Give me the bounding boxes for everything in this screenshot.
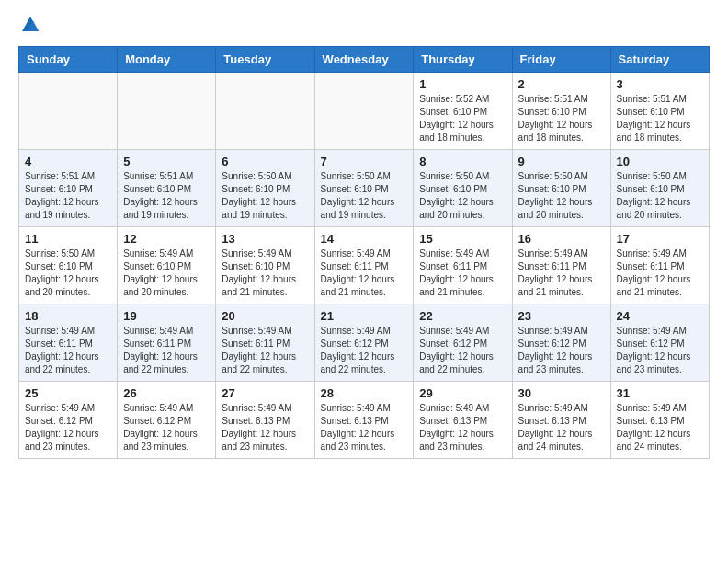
page-header — [18, 18, 710, 31]
weekday-header-sunday: Sunday — [19, 47, 118, 73]
calendar-cell: 24Sunrise: 5:49 AM Sunset: 6:12 PM Dayli… — [610, 304, 709, 382]
day-number: 5 — [123, 155, 210, 168]
day-info: Sunrise: 5:49 AM Sunset: 6:12 PM Dayligh… — [123, 402, 210, 454]
day-number: 21 — [321, 309, 408, 323]
calendar-cell: 26Sunrise: 5:49 AM Sunset: 6:12 PM Dayli… — [118, 382, 216, 459]
day-number: 23 — [518, 309, 605, 323]
day-number: 20 — [222, 309, 308, 323]
day-number: 27 — [222, 386, 308, 400]
day-info: Sunrise: 5:49 AM Sunset: 6:12 PM Dayligh… — [518, 325, 605, 376]
day-info: Sunrise: 5:49 AM Sunset: 6:11 PM Dayligh… — [321, 247, 408, 299]
calendar-cell — [216, 73, 314, 150]
day-info: Sunrise: 5:49 AM Sunset: 6:11 PM Dayligh… — [518, 247, 605, 299]
day-info: Sunrise: 5:50 AM Sunset: 6:10 PM Dayligh… — [518, 170, 605, 222]
calendar-cell — [314, 73, 414, 150]
weekday-header-wednesday: Wednesday — [314, 47, 414, 73]
day-number: 24 — [617, 309, 703, 323]
calendar-cell: 20Sunrise: 5:49 AM Sunset: 6:11 PM Dayli… — [216, 304, 314, 382]
day-info: Sunrise: 5:51 AM Sunset: 6:10 PM Dayligh… — [617, 93, 703, 144]
calendar-cell — [118, 73, 216, 150]
calendar-body: 1Sunrise: 5:52 AM Sunset: 6:10 PM Daylig… — [19, 73, 710, 459]
day-number: 10 — [617, 155, 703, 168]
day-number: 11 — [25, 232, 111, 246]
day-info: Sunrise: 5:50 AM Sunset: 6:10 PM Dayligh… — [321, 170, 408, 222]
weekday-header-friday: Friday — [512, 47, 610, 73]
day-number: 17 — [617, 232, 703, 246]
day-info: Sunrise: 5:50 AM Sunset: 6:10 PM Dayligh… — [222, 170, 308, 222]
calendar-cell: 22Sunrise: 5:49 AM Sunset: 6:12 PM Dayli… — [414, 304, 512, 382]
day-info: Sunrise: 5:49 AM Sunset: 6:13 PM Dayligh… — [222, 402, 308, 454]
weekday-header-thursday: Thursday — [414, 47, 512, 73]
weekday-row: SundayMondayTuesdayWednesdayThursdayFrid… — [19, 47, 710, 73]
day-number: 18 — [25, 309, 111, 323]
day-number: 15 — [419, 232, 506, 246]
day-info: Sunrise: 5:52 AM Sunset: 6:10 PM Dayligh… — [419, 93, 506, 144]
day-number: 31 — [617, 386, 703, 400]
calendar-cell: 1Sunrise: 5:52 AM Sunset: 6:10 PM Daylig… — [414, 73, 512, 150]
day-info: Sunrise: 5:49 AM Sunset: 6:10 PM Dayligh… — [123, 247, 210, 299]
day-info: Sunrise: 5:51 AM Sunset: 6:10 PM Dayligh… — [518, 93, 605, 144]
calendar-cell: 3Sunrise: 5:51 AM Sunset: 6:10 PM Daylig… — [610, 73, 709, 150]
calendar-cell — [19, 73, 118, 150]
calendar-cell: 5Sunrise: 5:51 AM Sunset: 6:10 PM Daylig… — [118, 150, 216, 227]
day-number: 9 — [518, 155, 605, 168]
calendar-cell: 12Sunrise: 5:49 AM Sunset: 6:10 PM Dayli… — [118, 227, 216, 304]
logo-icon — [20, 15, 40, 35]
calendar-cell: 16Sunrise: 5:49 AM Sunset: 6:11 PM Dayli… — [512, 227, 610, 304]
calendar-week-row: 1Sunrise: 5:52 AM Sunset: 6:10 PM Daylig… — [19, 73, 710, 150]
day-info: Sunrise: 5:49 AM Sunset: 6:13 PM Dayligh… — [518, 402, 605, 454]
day-info: Sunrise: 5:51 AM Sunset: 6:10 PM Dayligh… — [123, 170, 210, 222]
calendar-week-row: 4Sunrise: 5:51 AM Sunset: 6:10 PM Daylig… — [19, 150, 710, 227]
calendar-cell: 14Sunrise: 5:49 AM Sunset: 6:11 PM Dayli… — [314, 227, 414, 304]
calendar-cell: 28Sunrise: 5:49 AM Sunset: 6:13 PM Dayli… — [314, 382, 414, 459]
calendar-cell: 19Sunrise: 5:49 AM Sunset: 6:11 PM Dayli… — [118, 304, 216, 382]
day-info: Sunrise: 5:49 AM Sunset: 6:11 PM Dayligh… — [222, 325, 308, 376]
calendar-cell: 9Sunrise: 5:50 AM Sunset: 6:10 PM Daylig… — [512, 150, 610, 227]
day-info: Sunrise: 5:51 AM Sunset: 6:10 PM Dayligh… — [25, 170, 111, 222]
calendar-week-row: 11Sunrise: 5:50 AM Sunset: 6:10 PM Dayli… — [19, 227, 710, 304]
logo — [18, 18, 40, 31]
calendar-cell: 25Sunrise: 5:49 AM Sunset: 6:12 PM Dayli… — [19, 382, 118, 459]
day-info: Sunrise: 5:50 AM Sunset: 6:10 PM Dayligh… — [25, 247, 111, 299]
day-number: 8 — [419, 155, 506, 168]
calendar-cell: 17Sunrise: 5:49 AM Sunset: 6:11 PM Dayli… — [610, 227, 709, 304]
calendar-cell: 11Sunrise: 5:50 AM Sunset: 6:10 PM Dayli… — [19, 227, 118, 304]
day-number: 12 — [123, 232, 210, 246]
calendar-cell: 6Sunrise: 5:50 AM Sunset: 6:10 PM Daylig… — [216, 150, 314, 227]
calendar-week-row: 18Sunrise: 5:49 AM Sunset: 6:11 PM Dayli… — [19, 304, 710, 382]
calendar-table: SundayMondayTuesdayWednesdayThursdayFrid… — [18, 46, 710, 459]
day-info: Sunrise: 5:49 AM Sunset: 6:12 PM Dayligh… — [419, 325, 506, 376]
calendar-cell: 27Sunrise: 5:49 AM Sunset: 6:13 PM Dayli… — [216, 382, 314, 459]
calendar-cell: 30Sunrise: 5:49 AM Sunset: 6:13 PM Dayli… — [512, 382, 610, 459]
day-number: 4 — [25, 155, 111, 168]
calendar-cell: 7Sunrise: 5:50 AM Sunset: 6:10 PM Daylig… — [314, 150, 414, 227]
day-info: Sunrise: 5:49 AM Sunset: 6:13 PM Dayligh… — [321, 402, 408, 454]
calendar-cell: 21Sunrise: 5:49 AM Sunset: 6:12 PM Dayli… — [314, 304, 414, 382]
day-number: 30 — [518, 386, 605, 400]
day-number: 16 — [518, 232, 605, 246]
day-number: 22 — [419, 309, 506, 323]
day-info: Sunrise: 5:49 AM Sunset: 6:11 PM Dayligh… — [419, 247, 506, 299]
day-info: Sunrise: 5:49 AM Sunset: 6:13 PM Dayligh… — [617, 402, 703, 454]
day-number: 7 — [321, 155, 408, 168]
calendar-cell: 10Sunrise: 5:50 AM Sunset: 6:10 PM Dayli… — [610, 150, 709, 227]
calendar-cell: 2Sunrise: 5:51 AM Sunset: 6:10 PM Daylig… — [512, 73, 610, 150]
day-info: Sunrise: 5:49 AM Sunset: 6:13 PM Dayligh… — [419, 402, 506, 454]
day-number: 19 — [123, 309, 210, 323]
calendar-week-row: 25Sunrise: 5:49 AM Sunset: 6:12 PM Dayli… — [19, 382, 710, 459]
calendar-cell: 15Sunrise: 5:49 AM Sunset: 6:11 PM Dayli… — [414, 227, 512, 304]
day-number: 13 — [222, 232, 308, 246]
day-number: 28 — [321, 386, 408, 400]
calendar-cell: 31Sunrise: 5:49 AM Sunset: 6:13 PM Dayli… — [610, 382, 709, 459]
day-number: 6 — [222, 155, 308, 168]
day-number: 14 — [321, 232, 408, 246]
calendar-cell: 29Sunrise: 5:49 AM Sunset: 6:13 PM Dayli… — [414, 382, 512, 459]
day-number: 29 — [419, 386, 506, 400]
day-info: Sunrise: 5:49 AM Sunset: 6:11 PM Dayligh… — [123, 325, 210, 376]
day-info: Sunrise: 5:50 AM Sunset: 6:10 PM Dayligh… — [617, 170, 703, 222]
calendar-cell: 23Sunrise: 5:49 AM Sunset: 6:12 PM Dayli… — [512, 304, 610, 382]
day-number: 25 — [25, 386, 111, 400]
day-number: 2 — [518, 77, 605, 91]
calendar-header: SundayMondayTuesdayWednesdayThursdayFrid… — [19, 47, 710, 73]
day-info: Sunrise: 5:50 AM Sunset: 6:10 PM Dayligh… — [419, 170, 506, 222]
